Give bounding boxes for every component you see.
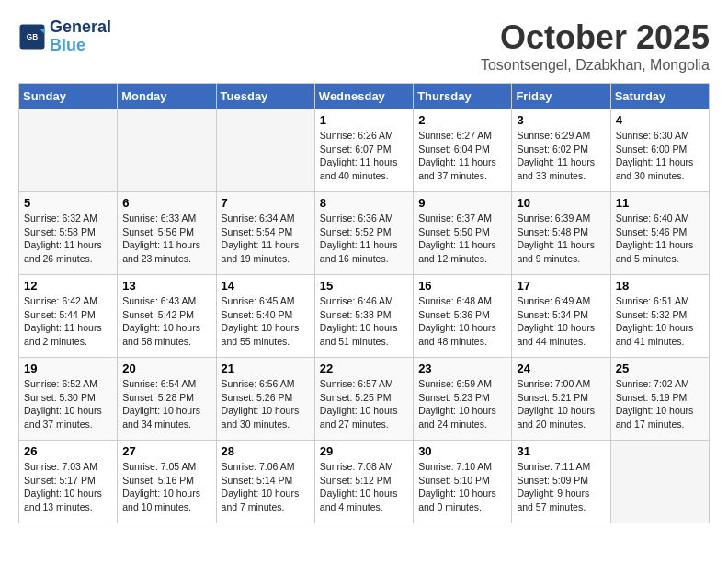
day-info: Sunrise: 6:51 AM Sunset: 5:32 PM Dayligh… [616,294,704,349]
day-number: 25 [616,362,704,375]
day-number: 16 [418,279,506,293]
logo-icon: GB [18,23,46,51]
calendar-table: SundayMondayTuesdayWednesdayThursdayFrid… [18,83,710,523]
day-number: 1 [320,113,408,127]
day-info: Sunrise: 6:48 AM Sunset: 5:36 PM Dayligh… [418,294,506,349]
weekday-header-friday: Friday [512,84,610,109]
calendar-cell: 4Sunrise: 6:30 AM Sunset: 6:00 PM Daylig… [610,109,709,192]
calendar-cell: 2Sunrise: 6:27 AM Sunset: 6:04 PM Daylig… [414,109,512,192]
day-info: Sunrise: 6:36 AM Sunset: 5:52 PM Dayligh… [320,212,408,266]
day-number: 13 [122,279,210,293]
calendar-cell: 5Sunrise: 6:32 AM Sunset: 5:58 PM Daylig… [19,192,118,275]
day-number: 5 [24,196,112,210]
logo: GB General Blue [18,18,111,55]
day-number: 14 [222,279,310,293]
day-number: 26 [24,444,112,458]
day-info: Sunrise: 6:52 AM Sunset: 5:30 PM Dayligh… [24,377,112,431]
day-number: 10 [517,196,605,210]
calendar-cell: 7Sunrise: 6:34 AM Sunset: 5:54 PM Daylig… [216,192,314,275]
calendar-cell: 22Sunrise: 6:57 AM Sunset: 5:25 PM Dayli… [314,358,413,441]
calendar-cell: 9Sunrise: 6:37 AM Sunset: 5:50 PM Daylig… [414,192,512,275]
calendar-cell [118,109,216,192]
day-number: 22 [320,362,408,375]
calendar-week-row: 1Sunrise: 6:26 AM Sunset: 6:07 PM Daylig… [19,109,710,192]
weekday-header-saturday: Saturday [610,84,709,109]
page-header: GB General Blue October 2025 Tosontsenge… [18,18,710,74]
calendar-cell: 18Sunrise: 6:51 AM Sunset: 5:32 PM Dayli… [610,275,709,358]
weekday-header-sunday: Sunday [19,84,118,109]
calendar-cell: 15Sunrise: 6:46 AM Sunset: 5:38 PM Dayli… [314,275,413,358]
day-info: Sunrise: 6:34 AM Sunset: 5:54 PM Dayligh… [222,212,310,266]
day-info: Sunrise: 7:05 AM Sunset: 5:16 PM Dayligh… [122,460,210,514]
day-number: 4 [616,113,704,127]
day-number: 3 [517,113,605,127]
day-info: Sunrise: 7:08 AM Sunset: 5:12 PM Dayligh… [320,460,408,514]
day-info: Sunrise: 6:46 AM Sunset: 5:38 PM Dayligh… [320,294,408,349]
calendar-cell: 16Sunrise: 6:48 AM Sunset: 5:36 PM Dayli… [414,275,512,358]
day-number: 30 [418,444,506,458]
day-number: 27 [122,444,210,458]
calendar-cell: 1Sunrise: 6:26 AM Sunset: 6:07 PM Daylig… [314,109,413,192]
day-info: Sunrise: 6:26 AM Sunset: 6:07 PM Dayligh… [320,129,408,183]
calendar-cell: 31Sunrise: 7:11 AM Sunset: 5:09 PM Dayli… [512,441,610,523]
weekday-header-monday: Monday [118,84,216,109]
day-info: Sunrise: 6:33 AM Sunset: 5:56 PM Dayligh… [122,212,210,266]
day-info: Sunrise: 6:37 AM Sunset: 5:50 PM Dayligh… [418,212,506,266]
day-number: 6 [122,196,210,210]
calendar-cell: 14Sunrise: 6:45 AM Sunset: 5:40 PM Dayli… [216,275,314,358]
day-number: 17 [517,279,605,293]
day-info: Sunrise: 6:45 AM Sunset: 5:40 PM Dayligh… [222,294,310,349]
calendar-cell: 23Sunrise: 6:59 AM Sunset: 5:23 PM Dayli… [414,358,512,441]
day-number: 9 [418,196,506,210]
day-info: Sunrise: 7:11 AM Sunset: 5:09 PM Dayligh… [517,460,605,514]
day-info: Sunrise: 7:10 AM Sunset: 5:10 PM Dayligh… [418,460,506,514]
day-info: Sunrise: 6:40 AM Sunset: 5:46 PM Dayligh… [616,212,704,266]
day-info: Sunrise: 7:00 AM Sunset: 5:21 PM Dayligh… [517,377,605,431]
calendar-cell: 10Sunrise: 6:39 AM Sunset: 5:48 PM Dayli… [512,192,610,275]
calendar-week-row: 12Sunrise: 6:42 AM Sunset: 5:44 PM Dayli… [19,275,710,358]
calendar-cell [19,109,118,192]
calendar-cell: 26Sunrise: 7:03 AM Sunset: 5:17 PM Dayli… [19,441,118,523]
weekday-header-row: SundayMondayTuesdayWednesdayThursdayFrid… [19,84,710,109]
day-info: Sunrise: 6:57 AM Sunset: 5:25 PM Dayligh… [320,377,408,431]
weekday-header-wednesday: Wednesday [314,84,413,109]
day-number: 12 [24,279,112,293]
day-number: 29 [320,444,408,458]
day-info: Sunrise: 6:42 AM Sunset: 5:44 PM Dayligh… [24,294,112,349]
calendar-cell: 8Sunrise: 6:36 AM Sunset: 5:52 PM Daylig… [314,192,413,275]
day-number: 21 [222,362,310,375]
day-number: 15 [320,279,408,293]
day-info: Sunrise: 7:02 AM Sunset: 5:19 PM Dayligh… [616,377,704,431]
title-block: October 2025 Tosontsengel, Dzabkhan, Mon… [481,18,710,74]
weekday-header-tuesday: Tuesday [216,84,314,109]
day-info: Sunrise: 6:49 AM Sunset: 5:34 PM Dayligh… [517,294,605,349]
day-info: Sunrise: 6:32 AM Sunset: 5:58 PM Dayligh… [24,212,112,266]
day-info: Sunrise: 6:43 AM Sunset: 5:42 PM Dayligh… [122,294,210,349]
day-info: Sunrise: 6:54 AM Sunset: 5:28 PM Dayligh… [122,377,210,431]
day-info: Sunrise: 7:03 AM Sunset: 5:17 PM Dayligh… [24,460,112,514]
day-info: Sunrise: 6:56 AM Sunset: 5:26 PM Dayligh… [222,377,310,431]
svg-text:GB: GB [27,33,38,41]
day-number: 7 [222,196,310,210]
day-number: 31 [517,444,605,458]
calendar-cell: 20Sunrise: 6:54 AM Sunset: 5:28 PM Dayli… [118,358,216,441]
logo-text: General Blue [50,18,111,55]
calendar-cell: 27Sunrise: 7:05 AM Sunset: 5:16 PM Dayli… [118,441,216,523]
calendar-cell [610,441,709,523]
calendar-cell: 29Sunrise: 7:08 AM Sunset: 5:12 PM Dayli… [314,441,413,523]
calendar-cell: 13Sunrise: 6:43 AM Sunset: 5:42 PM Dayli… [118,275,216,358]
calendar-week-row: 26Sunrise: 7:03 AM Sunset: 5:17 PM Dayli… [19,441,710,523]
day-number: 20 [122,362,210,375]
day-info: Sunrise: 6:30 AM Sunset: 6:00 PM Dayligh… [616,129,704,183]
calendar-cell: 28Sunrise: 7:06 AM Sunset: 5:14 PM Dayli… [216,441,314,523]
day-number: 24 [517,362,605,375]
calendar-cell: 19Sunrise: 6:52 AM Sunset: 5:30 PM Dayli… [19,358,118,441]
day-number: 18 [616,279,704,293]
day-info: Sunrise: 7:06 AM Sunset: 5:14 PM Dayligh… [222,460,310,514]
calendar-week-row: 19Sunrise: 6:52 AM Sunset: 5:30 PM Dayli… [19,358,710,441]
calendar-cell: 17Sunrise: 6:49 AM Sunset: 5:34 PM Dayli… [512,275,610,358]
day-number: 11 [616,196,704,210]
day-number: 8 [320,196,408,210]
day-number: 28 [222,444,310,458]
month-title: October 2025 [481,18,710,57]
